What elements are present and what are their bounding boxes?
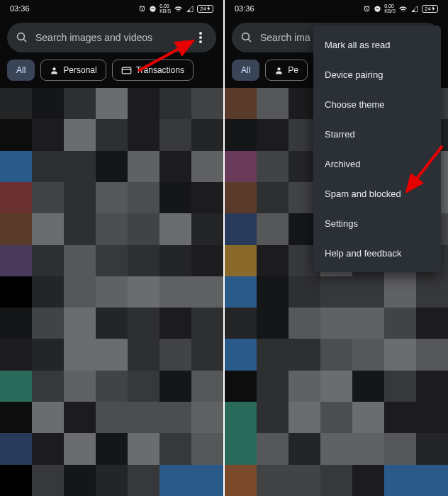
filter-chips: All Personal Transactions [0, 60, 223, 88]
menu-device-pairing[interactable]: Device pairing [313, 60, 441, 89]
menu-mark-read[interactable]: Mark all as read [313, 30, 441, 60]
net-speed: 0.00KB/S [159, 4, 171, 13]
menu-starred[interactable]: Starred [313, 119, 441, 149]
net-speed: 0.00KB/S [384, 4, 396, 13]
menu-spam-blocked[interactable]: Spam and blocked [313, 179, 441, 208]
chip-label: Personal [63, 65, 96, 75]
menu-label: Help and feedback [325, 248, 401, 259]
chip-all[interactable]: All [7, 60, 35, 81]
search-bar[interactable]: Search images and videos [7, 23, 216, 52]
card-icon [121, 66, 132, 75]
status-icons: 0.00KB/S 24 [138, 4, 213, 13]
chip-label: Transactions [136, 65, 184, 75]
wifi-icon [398, 5, 408, 13]
menu-label: Starred [325, 129, 355, 140]
menu-settings[interactable]: Settings [313, 208, 441, 238]
svg-point-2 [18, 33, 25, 40]
conversations-blurred [0, 88, 223, 496]
svg-rect-9 [376, 9, 379, 9]
menu-label: Mark all as read [325, 40, 390, 50]
menu-label: Spam and blocked [325, 188, 401, 199]
status-icons: 0.00KB/S 24 [363, 4, 438, 13]
chip-personal[interactable]: Personal [40, 60, 106, 81]
search-icon [16, 31, 28, 44]
person-icon [50, 66, 59, 75]
svg-point-5 [199, 40, 202, 43]
chip-label: All [241, 65, 250, 75]
menu-help[interactable]: Help and feedback [313, 238, 441, 268]
more-menu-button[interactable] [191, 28, 211, 47]
wifi-icon [174, 5, 183, 13]
status-bar: 03:36 0.00KB/S 24 [225, 0, 448, 17]
svg-point-10 [242, 33, 250, 40]
svg-rect-1 [151, 9, 155, 9]
phone-left: 03:36 0.00KB/S 24 Search images and vide… [0, 0, 223, 496]
search-placeholder: Search images and videos [35, 32, 184, 43]
alarm-icon [363, 5, 371, 13]
menu-archived[interactable]: Archived [313, 149, 441, 179]
svg-point-11 [278, 67, 281, 70]
svg-rect-7 [122, 67, 131, 74]
status-time: 03:36 [10, 4, 30, 13]
menu-label: Settings [325, 218, 358, 229]
battery-indicator: 24 [197, 5, 213, 13]
dnd-icon [149, 5, 157, 13]
chip-transactions[interactable]: Transactions [112, 60, 194, 81]
menu-choose-theme[interactable]: Choose theme [313, 89, 441, 119]
phone-right: 03:36 0.00KB/S 24 Search ima All Pe Mark… [225, 0, 448, 496]
alarm-icon [138, 5, 146, 13]
menu-label: Archived [325, 159, 361, 169]
battery-indicator: 24 [422, 5, 438, 13]
overflow-menu: Mark all as read Device pairing Choose t… [313, 26, 441, 272]
search-icon [240, 31, 253, 44]
more-vert-icon [199, 32, 202, 43]
status-time: 03:36 [235, 4, 254, 13]
menu-label: Device pairing [325, 69, 383, 80]
chip-label: All [16, 65, 26, 75]
svg-point-3 [199, 32, 202, 35]
dnd-icon [374, 5, 381, 13]
signal-icon [186, 5, 194, 13]
chip-all[interactable]: All [232, 60, 259, 81]
status-bar: 03:36 0.00KB/S 24 [0, 0, 223, 17]
chip-personal[interactable]: Pe [265, 60, 308, 81]
person-icon [274, 66, 284, 75]
signal-icon [410, 5, 419, 13]
svg-point-4 [199, 36, 202, 39]
chip-label: Pe [288, 65, 298, 75]
svg-point-6 [53, 67, 56, 70]
menu-label: Choose theme [325, 99, 385, 110]
